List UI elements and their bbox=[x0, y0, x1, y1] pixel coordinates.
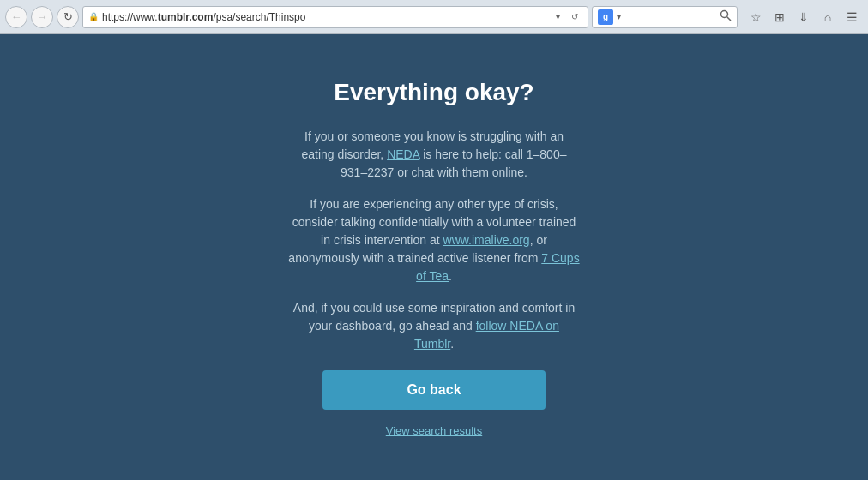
follow-neda-link[interactable]: follow NEDA on Tumblr bbox=[414, 319, 559, 351]
browser-chrome: ← → ↻ 🔒 https://www.tumblr.com/psa/searc… bbox=[0, 0, 868, 34]
reload-button[interactable]: ↻ bbox=[57, 6, 79, 28]
refresh-icon[interactable]: ↺ bbox=[567, 9, 582, 25]
url-prefix: https://www. bbox=[102, 11, 158, 23]
search-icon[interactable] bbox=[720, 9, 732, 24]
menu-icon[interactable]: ☰ bbox=[841, 6, 863, 28]
7cups-link[interactable]: 7 Cups of Tea bbox=[416, 251, 580, 283]
download-icon[interactable]: ⇓ bbox=[793, 6, 815, 28]
psa-card: Everything okay? If you or someone you k… bbox=[288, 75, 580, 441]
view-search-results-link[interactable]: View search results bbox=[386, 424, 482, 437]
forward-button[interactable]: → bbox=[31, 6, 53, 28]
bookmarks-list-icon[interactable]: ⊞ bbox=[769, 6, 791, 28]
dropdown-icon[interactable]: ▾ bbox=[550, 9, 565, 25]
url-domain: tumblr.com bbox=[158, 11, 214, 23]
search-bar[interactable]: g ▾ bbox=[592, 6, 738, 28]
google-icon: g bbox=[598, 9, 613, 25]
go-back-button[interactable]: Go back bbox=[322, 370, 546, 410]
search-dropdown-icon[interactable]: ▾ bbox=[617, 12, 621, 21]
paragraph-2: If you are experiencing any other type o… bbox=[288, 195, 580, 285]
paragraph-3: And, if you could use some inspiration a… bbox=[288, 299, 580, 353]
back-button[interactable]: ← bbox=[5, 6, 27, 28]
toolbar-icons: ☆ ⊞ ⇓ ⌂ ☰ bbox=[744, 6, 863, 28]
page-content: Everything okay? If you or someone you k… bbox=[0, 34, 868, 480]
address-bar[interactable]: 🔒 https://www.tumblr.com/psa/search/Thin… bbox=[82, 6, 588, 28]
page-heading: Everything okay? bbox=[288, 75, 580, 111]
url-path: /psa/search/Thinspo bbox=[213, 11, 305, 23]
imalive-link[interactable]: www.imalive.org bbox=[443, 233, 530, 247]
svg-point-0 bbox=[721, 11, 728, 18]
svg-line-1 bbox=[727, 17, 732, 21]
paragraph-1: If you or someone you know is struggling… bbox=[288, 128, 580, 182]
home-icon[interactable]: ⌂ bbox=[817, 6, 839, 28]
address-text: https://www.tumblr.com/psa/search/Thinsp… bbox=[102, 11, 550, 23]
address-bar-buttons: ▾ ↺ bbox=[550, 9, 582, 25]
bookmark-icon[interactable]: ☆ bbox=[744, 6, 767, 28]
lock-icon: 🔒 bbox=[88, 12, 99, 21]
neda-link[interactable]: NEDA bbox=[387, 147, 419, 161]
